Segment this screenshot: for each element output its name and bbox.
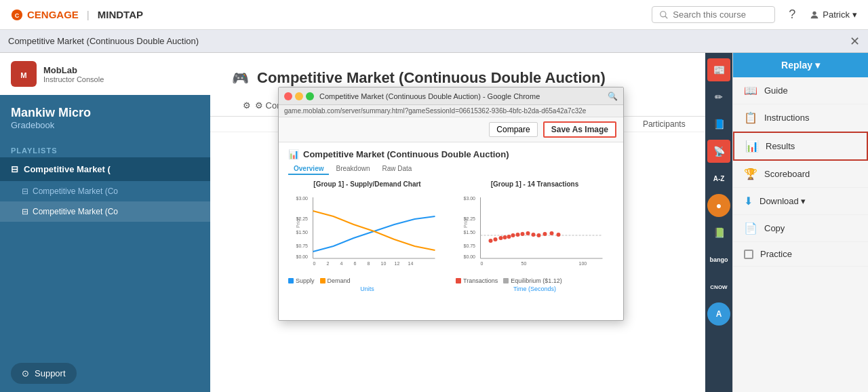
svg-text:$0.75: $0.75 [464,243,476,248]
svg-text:$0.00: $0.00 [296,254,309,259]
supply-demand-chart: [Group 1] - Supply/Demand Chart $3.00 $2… [288,180,446,292]
support-button[interactable]: ⊙ Support [11,363,77,384]
svg-point-41 [521,232,525,236]
game-title-text: Competitive Market (Continuous Double Au… [303,149,509,159]
svg-text:C: C [15,12,20,18]
download-label: Download ▾ [760,196,806,206]
compare-button[interactable]: Compare [489,122,537,137]
playlists-label: PLAYLISTS [0,141,210,157]
guide-label: Guide [764,85,788,96]
scoreboard-label: Scoreboard [764,169,810,179]
svg-text:$3.00: $3.00 [296,196,309,201]
breakdown-tab[interactable]: Breakdown [330,163,375,175]
practice-icon [744,250,753,259]
sidebar-footer: ⊙ Support [0,355,210,392]
scoreboard-item[interactable]: 🏆 Scoreboard [733,161,868,188]
rail-btn-a[interactable]: A [707,302,730,326]
supply-legend-item: Supply [288,277,315,284]
rail-btn-1[interactable]: 📰 [707,58,730,81]
rail-btn-cnow[interactable]: CNOW [707,275,730,298]
transactions-legend-label: Transactions [463,277,498,284]
sidebar-user-section: Mankiw Micro Gradebook [0,95,210,141]
browser-toolbar: Compare Save As Image [279,117,623,142]
gradebook-link[interactable]: Gradebook [11,120,199,130]
sidebar-header: M MobLab Instructor Console [0,53,210,95]
svg-point-2 [660,11,666,16]
guide-icon: 📖 [744,84,757,97]
svg-text:$1.50: $1.50 [296,230,309,235]
instructions-item[interactable]: 📋 Instructions [733,104,868,132]
help-button[interactable]: ? [789,7,795,22]
browser-controls [284,92,314,100]
rail-btn-rss[interactable]: 📡 [707,140,730,163]
svg-point-43 [532,233,536,237]
svg-text:$3.00: $3.00 [464,196,476,201]
rail-btn-az[interactable]: A-Z [707,167,730,190]
copy-item[interactable]: 📄 Copy [733,215,868,242]
browser-max-btn[interactable] [306,92,314,100]
copy-label: Copy [764,223,785,233]
sidebar-sub-item-2[interactable]: ⊟ Competitive Market (Co [0,201,210,222]
raw-data-tab[interactable]: Raw Data [377,163,418,175]
svg-point-47 [557,233,561,237]
results-item[interactable]: 📊 Results [733,132,868,161]
nav-divider: | [87,9,90,20]
browser-search-icon: 🔍 [608,92,618,101]
save-as-image-button[interactable]: Save As Image [543,121,616,138]
sidebar-subbrand: Instructor Console [43,75,104,83]
right-panel-top: Replay ▾ [733,53,868,77]
rail-btn-bango[interactable]: bango [707,248,730,271]
demand-legend-label: Demand [328,277,351,284]
browser-close-btn[interactable] [284,92,292,100]
search-input[interactable] [673,9,768,20]
username-label: Patrick [823,9,850,20]
svg-point-40 [516,233,520,237]
rail-btn-2[interactable]: ✏ [707,85,730,109]
browser-min-btn[interactable] [295,92,303,100]
practice-label: Practice [760,249,792,259]
browser-content: 📊 Competitive Market (Continuous Double … [279,142,623,299]
window-titlebar: Competitive Market (Continuous Double Au… [0,30,868,53]
guide-item[interactable]: 📖 Guide [733,77,868,104]
equilibrium-legend-item: Equilibrium ($1.12) [503,277,562,284]
svg-line-3 [665,16,668,18]
download-item[interactable]: ⬇ Download ▾ [733,188,868,215]
supply-demand-svg: $3.00 $2.25 $1.50 $0.75 $0.00 0 2 4 6 8 … [288,191,446,272]
game-title-icon: 📊 [288,149,299,159]
svg-point-35 [494,237,498,241]
svg-text:50: 50 [521,261,527,266]
svg-text:12: 12 [395,261,400,266]
practice-item[interactable]: Practice [733,242,868,267]
user-menu-button[interactable]: Patrick ▾ [809,9,857,20]
browser-url-bar: game.moblab.com/server/summary.html?game… [279,105,623,117]
search-box[interactable] [652,6,775,23]
rail-btn-orange[interactable]: ● [707,194,730,217]
game-title: 📊 Competitive Market (Continuous Double … [288,149,614,159]
svg-text:$1.50: $1.50 [464,230,476,235]
svg-point-38 [507,235,511,239]
svg-point-42 [526,231,530,235]
window-title: Competitive Market (Continuous Double Au… [8,36,199,46]
transactions-chart: [Group 1] - 14 Transactions $3.00 $2.25 … [456,180,614,292]
equilibrium-legend-label: Equilibrium ($1.12) [511,277,562,284]
overview-tab[interactable]: Overview [288,163,329,175]
chart-tabs: Overview Breakdown Raw Data [288,163,614,175]
svg-point-45 [543,232,547,236]
browser-window: Competitive Market (Continuous Double Au… [278,87,624,321]
logo: C CENGAGE | MINDTAP [11,9,143,21]
chevron-down-icon: ▾ [852,9,857,20]
demand-legend-item: Demand [320,277,351,284]
sidebar-brand: MobLab [43,65,104,75]
svg-point-44 [537,233,541,237]
cengage-label: CENGAGE [27,9,79,20]
svg-text:6: 6 [354,261,357,266]
rail-btn-book[interactable]: 📗 [707,221,730,244]
sidebar-item-label: Competitive Market ( [24,164,111,174]
sidebar-item-competitive-market[interactable]: ⊟ Competitive Market ( [0,157,210,181]
sidebar-sub-item-1[interactable]: ⊟ Competitive Market (Co [0,181,210,201]
configure-icon: ⚙ [243,100,251,111]
rail-btn-3[interactable]: 📘 [707,113,730,136]
browser-title: Competitive Market (Continuous Double Au… [319,92,608,100]
close-button[interactable]: ✕ [850,34,860,49]
replay-button[interactable]: Replay ▾ [733,53,868,77]
